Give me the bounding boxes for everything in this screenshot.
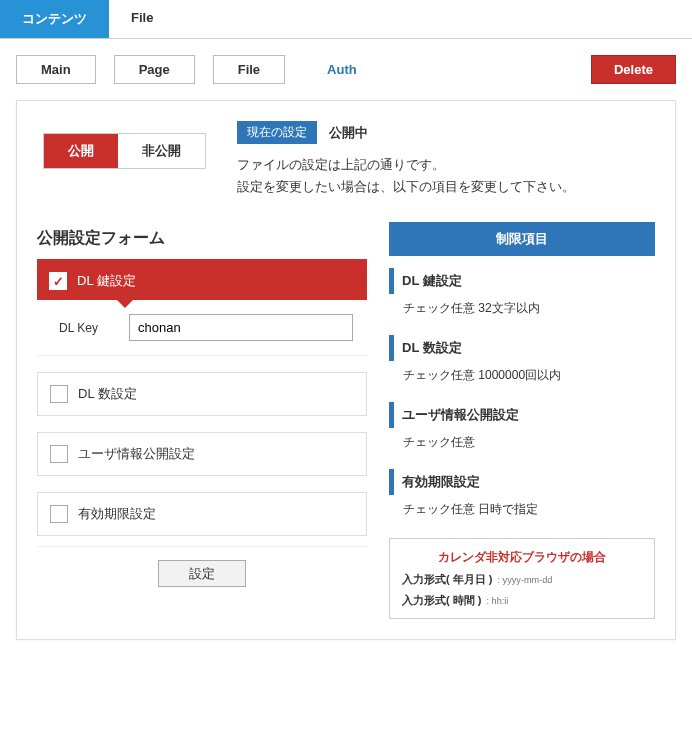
- info-dlcount-title: DL 数設定: [389, 335, 655, 361]
- dl-key-field-label: DL Key: [59, 321, 119, 335]
- status-badge: 現在の設定: [237, 121, 317, 144]
- info-column: 制限項目 DL 鍵設定 チェック任意 32文字以内 DL 数設定 チェック任意 …: [389, 222, 655, 619]
- dl-key-input[interactable]: [129, 314, 353, 341]
- info-expiry-body: チェック任意 日時で指定: [389, 495, 655, 524]
- user-info-checkbox[interactable]: [50, 445, 68, 463]
- publish-toggle: 公開 非公開: [43, 133, 206, 169]
- info-userinfo-title: ユーザ情報公開設定: [389, 402, 655, 428]
- calendar-hint-box: カレンダ非対応ブラウザの場合 入力形式( 年月日 ) : yyyy-mm-dd …: [389, 538, 655, 619]
- info-expiry-title: 有効期限設定: [389, 469, 655, 495]
- info-header: 制限項目: [389, 222, 655, 256]
- dl-key-field-row: DL Key: [37, 300, 367, 356]
- calendar-warn: カレンダ非対応ブラウザの場合: [402, 549, 642, 566]
- page-button[interactable]: Page: [114, 55, 195, 84]
- status-desc-2: 設定を変更したい場合は、以下の項目を変更して下さい。: [237, 176, 575, 198]
- publish-private-button[interactable]: 非公開: [118, 134, 205, 168]
- submit-button[interactable]: 設定: [158, 560, 246, 587]
- dl-key-section-header[interactable]: ✓ DL 鍵設定: [37, 262, 367, 300]
- user-info-row[interactable]: ユーザ情報公開設定: [37, 432, 367, 476]
- dl-key-checkbox[interactable]: ✓: [49, 272, 67, 290]
- dl-count-checkbox[interactable]: [50, 385, 68, 403]
- dl-key-label: DL 鍵設定: [77, 272, 136, 290]
- top-tabs: コンテンツ File: [0, 0, 692, 39]
- cal-date-fmt: : yyyy-mm-dd: [498, 575, 553, 585]
- settings-panel: 公開 非公開 現在の設定 公開中 ファイルの設定は上記の通りです。 設定を変更し…: [16, 100, 676, 640]
- dl-count-label: DL 数設定: [78, 385, 137, 403]
- toolbar: Main Page File Auth Delete: [0, 39, 692, 100]
- info-dlcount-body: チェック任意 1000000回以内: [389, 361, 655, 390]
- form-column: 公開設定フォーム ✓ DL 鍵設定 DL Key DL 数設定 ユーザ情報公開設…: [37, 222, 367, 619]
- status-value: 公開中: [329, 124, 368, 142]
- status-block: 現在の設定 公開中 ファイルの設定は上記の通りです。 設定を変更したい場合は、以…: [237, 121, 575, 198]
- info-dlkey-title: DL 鍵設定: [389, 268, 655, 294]
- cal-date-label: 入力形式( 年月日 ): [402, 573, 492, 585]
- expiry-row[interactable]: 有効期限設定: [37, 492, 367, 536]
- top-tab-contents[interactable]: コンテンツ: [0, 0, 109, 38]
- main-button[interactable]: Main: [16, 55, 96, 84]
- info-userinfo-body: チェック任意: [389, 428, 655, 457]
- cal-time-fmt: : hh:ii: [487, 596, 509, 606]
- auth-tab[interactable]: Auth: [303, 56, 381, 83]
- form-title: 公開設定フォーム: [37, 222, 367, 262]
- dl-count-row[interactable]: DL 数設定: [37, 372, 367, 416]
- cal-time-label: 入力形式( 時間 ): [402, 594, 481, 606]
- top-tab-file[interactable]: File: [109, 0, 175, 38]
- delete-button[interactable]: Delete: [591, 55, 676, 84]
- expiry-checkbox[interactable]: [50, 505, 68, 523]
- user-info-label: ユーザ情報公開設定: [78, 445, 195, 463]
- status-desc-1: ファイルの設定は上記の通りです。: [237, 154, 575, 176]
- expiry-label: 有効期限設定: [78, 505, 156, 523]
- info-dlkey-body: チェック任意 32文字以内: [389, 294, 655, 323]
- file-button[interactable]: File: [213, 55, 285, 84]
- publish-public-button[interactable]: 公開: [44, 134, 118, 168]
